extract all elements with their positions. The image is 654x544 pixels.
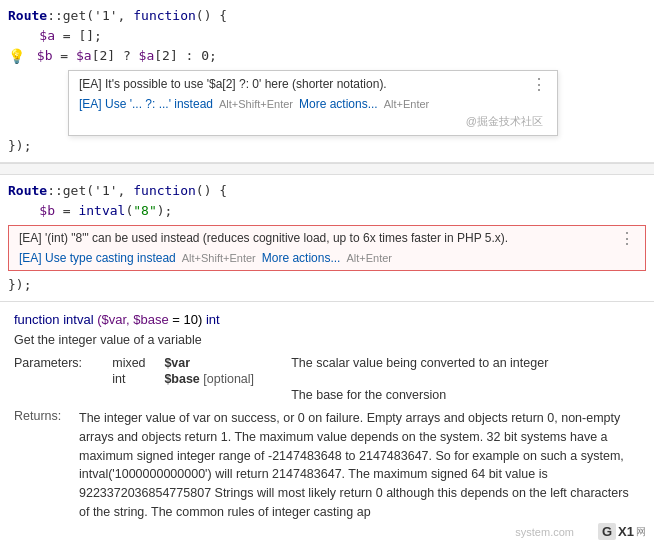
code-line-1: Route::get('1', function() { — [8, 6, 646, 26]
hint-action-row-top: [EA] Use '... ?: ...' instead Alt+Shift+… — [79, 97, 547, 111]
more-actions-link-bottom[interactable]: More actions... — [262, 251, 341, 265]
hint-action-row-bottom: [EA] Use type casting instead Alt+Shift+… — [19, 251, 635, 265]
watermark-bottom: system.com — [515, 526, 574, 538]
params-row: Parameters: mixed $var The scalar value … — [14, 355, 640, 371]
logo-g: G — [598, 523, 616, 540]
keyword-route: Route — [8, 6, 47, 26]
doc-panel: function intval ($var, $base = 10) int G… — [0, 301, 654, 532]
doc-description: Get the integer value of a variable — [14, 333, 640, 347]
more-options-icon[interactable]: ⋮ — [531, 77, 547, 93]
shortcut-bottom-2: Alt+Enter — [346, 252, 392, 264]
param1-desc: The scalar value being converted to an i… — [291, 355, 640, 371]
doc-fn-signature: function intval ($var, $base = 10) int — [14, 312, 640, 327]
returns-label: Returns: — [14, 409, 69, 522]
logo-site: 网 — [636, 525, 646, 539]
hint-link-bottom[interactable]: [EA] Use type casting instead — [19, 251, 176, 265]
code-line-2-bottom: $b = intval("8"); — [8, 201, 646, 221]
code-line-2: $a = []; — [8, 26, 646, 46]
shortcut-bottom-1: Alt+Shift+Enter — [182, 252, 256, 264]
doc-returns: Returns: The integer value of var on suc… — [14, 409, 640, 522]
hint-main-text-red: [EA] '(int) "8"' can be used instead (re… — [19, 231, 635, 247]
code-line-3: 💡 $b = $a[2] ? $a[2] : 0; — [8, 46, 646, 66]
section-divider — [0, 163, 654, 175]
logo-x: X1 — [618, 524, 634, 539]
doc-params-table: Parameters: mixed $var The scalar value … — [14, 355, 640, 403]
more-actions-link-top[interactable]: More actions... — [299, 97, 378, 111]
top-code-section: Route::get('1', function() { $a = []; 💡 … — [0, 0, 654, 163]
hint-box-red: [EA] '(int) "8"' can be used instead (re… — [8, 225, 646, 271]
code-line-3-bottom: }); — [8, 275, 646, 295]
hint-link-top[interactable]: [EA] Use '... ?: ...' instead — [79, 97, 213, 111]
hint-main-text: [EA] It's possible to use '$a[2] ?: 0' h… — [79, 77, 547, 93]
more-options-icon-red[interactable]: ⋮ — [619, 231, 635, 247]
bottom-code-section: Route::get('1', function() { $b = intval… — [0, 175, 654, 301]
logo-area: G X1 网 — [598, 523, 646, 540]
keyword-route-bottom: Route — [8, 181, 47, 201]
code-line-4-top: }); — [8, 136, 646, 156]
param2-desc: The base for the conversion — [291, 387, 640, 403]
watermark-top: @掘金技术社区 — [79, 114, 547, 129]
shortcut-top-2: Alt+Enter — [384, 98, 430, 110]
returns-text: The integer value of var on success, or … — [79, 409, 640, 522]
lightbulb-icon: 💡 — [8, 46, 25, 66]
hint-box-top: [EA] It's possible to use '$a[2] ?: 0' h… — [68, 70, 558, 136]
param1-type: mixed — [112, 355, 164, 371]
param1-name: $var — [164, 355, 291, 371]
shortcut-top-1: Alt+Shift+Enter — [219, 98, 293, 110]
code-line-1-bottom: Route::get('1', function() { — [8, 181, 646, 201]
params-label: Parameters: — [14, 355, 112, 403]
param2-name: $base [optional] — [164, 371, 291, 387]
param2-type: int — [112, 371, 164, 387]
